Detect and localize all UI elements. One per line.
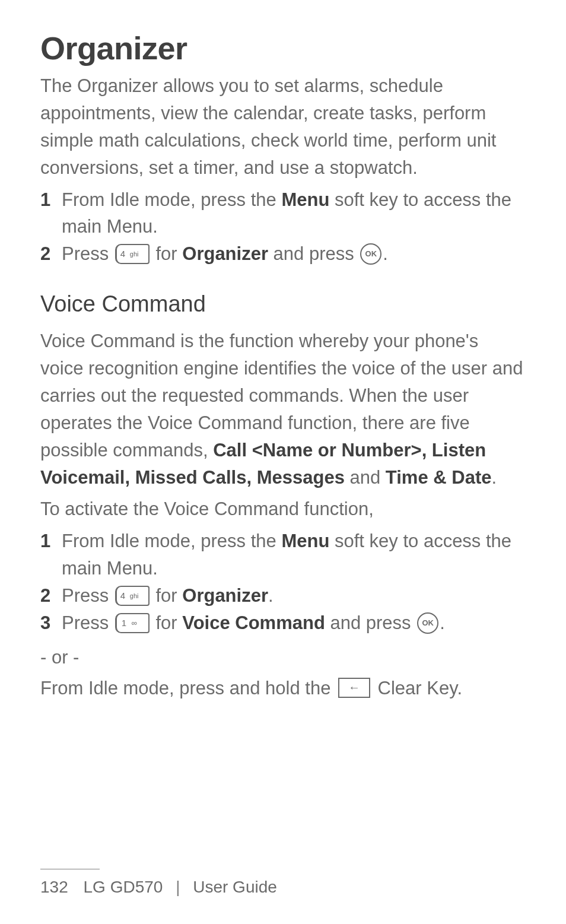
idle-mode-line: From Idle mode, press and hold the ← Cle… (40, 675, 526, 702)
text: Press (62, 243, 114, 264)
step-content: From Idle mode, press the Menu soft key … (62, 528, 526, 582)
guide-label: User Guide (193, 878, 277, 896)
footer-divider: | (176, 878, 180, 897)
list-item: 2 Press for Organizer. (40, 582, 526, 609)
section-title: Voice Command (40, 291, 526, 317)
list-item: 3 Press for Voice Command and press OK. (40, 609, 526, 637)
text: . (491, 467, 497, 488)
text: for (151, 243, 182, 264)
page-number: 132 (40, 878, 68, 897)
key-ok-icon: OK (417, 612, 438, 634)
clear-key-icon: ← (338, 678, 370, 698)
step-number: 2 (40, 240, 62, 268)
list-item: 1 From Idle mode, press the Menu soft ke… (40, 528, 526, 582)
key-1-icon (115, 613, 150, 633)
intro-steps: 1 From Idle mode, press the Menu soft ke… (40, 186, 526, 268)
text: Press (62, 585, 114, 606)
step-number: 2 (40, 582, 62, 609)
text: From Idle mode, press and hold the (40, 678, 336, 698)
text: . (268, 585, 274, 606)
voice-command-label: Voice Command (182, 612, 325, 633)
step-number: 1 (40, 186, 62, 214)
time-date-label: Time & Date (386, 467, 492, 488)
step-content: Press for Organizer. (62, 582, 526, 609)
voice-command-steps: 1 From Idle mode, press the Menu soft ke… (40, 528, 526, 637)
text: and (345, 467, 386, 488)
footer-rule (40, 869, 100, 869)
step-number: 3 (40, 609, 62, 637)
text: . (440, 612, 445, 633)
key-4ghi-icon (115, 586, 150, 606)
text: From Idle mode, press the (62, 189, 281, 210)
text: and press (325, 612, 416, 633)
footer: 132 LG GD570 | User Guide (40, 869, 277, 897)
key-4ghi-icon (115, 244, 150, 264)
activate-text: To activate the Voice Command function, (40, 496, 526, 523)
page-title: Organizer (40, 30, 526, 66)
step-number: 1 (40, 528, 62, 555)
key-ok-icon: OK (360, 243, 381, 265)
list-item: 1 From Idle mode, press the Menu soft ke… (40, 186, 526, 241)
product-name: LG GD570 (84, 878, 163, 896)
text: for (151, 612, 182, 633)
step-content: From Idle mode, press the Menu soft key … (62, 186, 526, 241)
organizer-label: Organizer (182, 585, 268, 606)
step-content: Press for Organizer and press OK. (62, 240, 526, 268)
text: for (151, 585, 182, 606)
organizer-label: Organizer (182, 243, 268, 264)
intro-paragraph: The Organizer allows you to set alarms, … (40, 72, 526, 182)
step-content: Press for Voice Command and press OK. (62, 609, 526, 637)
text: . (383, 243, 388, 264)
list-item: 2 Press for Organizer and press OK. (40, 240, 526, 268)
text: Press (62, 612, 114, 633)
or-separator: - or - (40, 644, 526, 671)
voice-command-body: Voice Command is the function whereby yo… (40, 328, 526, 491)
menu-label: Menu (281, 189, 329, 210)
text: Clear Key. (373, 678, 462, 698)
page: Organizer The Organizer allows you to se… (0, 0, 566, 924)
text: From Idle mode, press the (62, 531, 281, 551)
text: and press (268, 243, 359, 264)
menu-label: Menu (281, 531, 329, 551)
